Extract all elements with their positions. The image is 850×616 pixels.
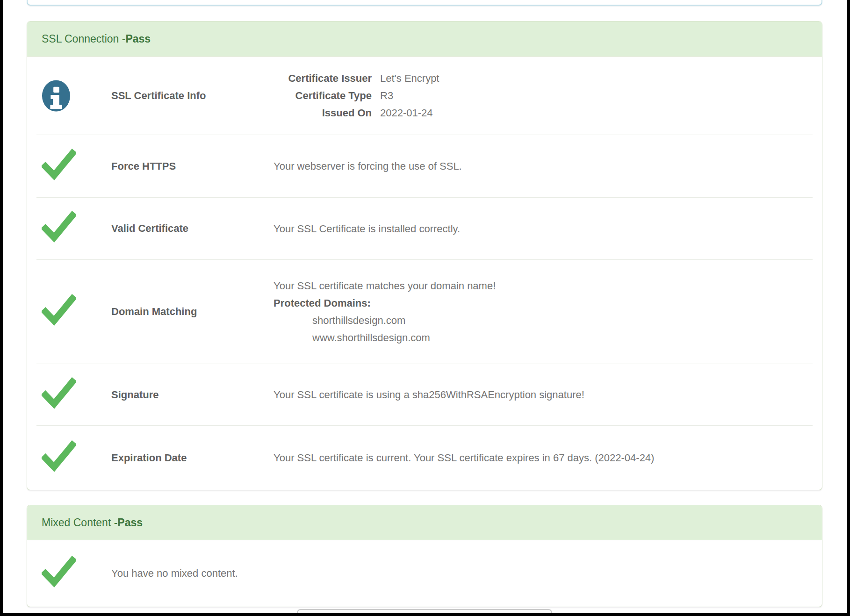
row-valid-certificate: Valid Certificate Your SSL Certificate i… <box>27 198 822 259</box>
certificate-details-table: Certificate Issuer Let's Encrypt Certifi… <box>274 70 439 122</box>
mixed-content-panel: Mixed Content - Pass You have no mixed c… <box>27 505 822 607</box>
row-label: Expiration Date <box>111 451 247 465</box>
panel-title: SSL Connection - <box>42 33 125 45</box>
check-icon <box>42 555 76 592</box>
screenshot-frame-right <box>847 0 850 616</box>
cert-detail-label: Certificate Type <box>274 87 380 104</box>
cert-detail-value: Let's Encrypt <box>380 70 439 87</box>
protected-domains-heading: Protected Domains: <box>274 294 822 312</box>
check-icon <box>42 440 76 476</box>
panel-title: Mixed Content - <box>42 516 117 529</box>
cert-detail-value: R3 <box>380 87 439 104</box>
cert-detail-label: Certificate Issuer <box>274 70 380 87</box>
row-force-https: Force HTTPS Your webserver is forcing th… <box>27 135 822 197</box>
check-icon <box>42 377 76 413</box>
row-label: Domain Matching <box>111 305 247 319</box>
ssl-connection-panel: SSL Connection - Pass SSL Certificate In… <box>27 21 822 490</box>
protected-domain: shorthillsdesign.com <box>274 312 822 329</box>
cert-detail-row: Certificate Issuer Let's Encrypt <box>274 70 439 87</box>
screenshot-frame-left <box>0 0 3 616</box>
row-label: Force HTTPS <box>111 159 247 173</box>
row-description: You have no mixed content. <box>111 566 238 580</box>
cert-detail-value: 2022-01-24 <box>380 104 439 122</box>
row-description: Your SSL certificate is current. Your SS… <box>247 449 822 466</box>
previous-panel-bottom-edge <box>27 0 822 6</box>
mixed-content-panel-header: Mixed Content - Pass <box>27 505 822 540</box>
row-domain-matching: Domain Matching Your SSL certificate mat… <box>27 260 822 364</box>
ssl-connection-panel-header: SSL Connection - Pass <box>27 21 822 57</box>
screenshot-frame-bottom <box>0 613 850 616</box>
check-icon <box>42 294 76 330</box>
row-label: SSL Certificate Info <box>111 89 247 103</box>
row-ssl-certificate-info: SSL Certificate Info Certificate Issuer … <box>27 57 822 135</box>
check-icon <box>42 148 76 185</box>
row-mixed-content: You have no mixed content. <box>27 540 822 607</box>
info-circle-icon <box>42 79 71 112</box>
row-description: Your SSL Certificate is installed correc… <box>247 220 822 237</box>
row-description: Your SSL certificate is using a sha256Wi… <box>247 386 822 403</box>
status-badge: Pass <box>117 516 143 529</box>
row-label: Valid Certificate <box>111 222 247 236</box>
row-description: Your webserver is forcing the use of SSL… <box>247 158 822 175</box>
cert-detail-row: Issued On 2022-01-24 <box>274 104 439 122</box>
check-icon <box>42 210 76 247</box>
row-label: Signature <box>111 388 247 402</box>
ssl-report-page: SSL Connection - Pass SSL Certificate In… <box>0 0 850 616</box>
cert-detail-row: Certificate Type R3 <box>274 87 439 104</box>
row-expiration-date: Expiration Date Your SSL certificate is … <box>27 426 822 490</box>
status-badge: Pass <box>125 33 151 45</box>
cert-detail-label: Issued On <box>274 104 380 122</box>
row-description: Your SSL certificate matches your domain… <box>274 277 822 294</box>
protected-domain: www.shorthillsdesign.com <box>274 329 822 346</box>
row-signature: Signature Your SSL certificate is using … <box>27 364 822 425</box>
